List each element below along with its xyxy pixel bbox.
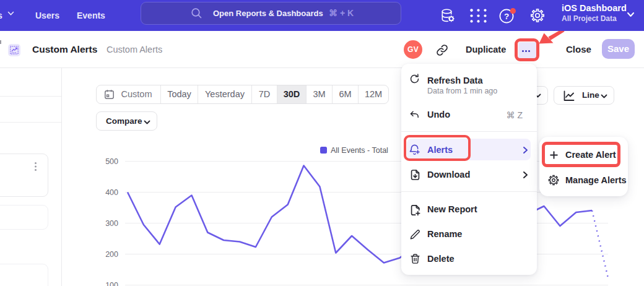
svg-text:100: 100 bbox=[105, 281, 118, 286]
svg-text:?: ? bbox=[504, 12, 509, 21]
svg-text:300: 300 bbox=[105, 219, 118, 228]
svg-text:500: 500 bbox=[105, 157, 118, 166]
svg-text:400: 400 bbox=[105, 188, 118, 197]
svg-text:200: 200 bbox=[105, 250, 118, 259]
